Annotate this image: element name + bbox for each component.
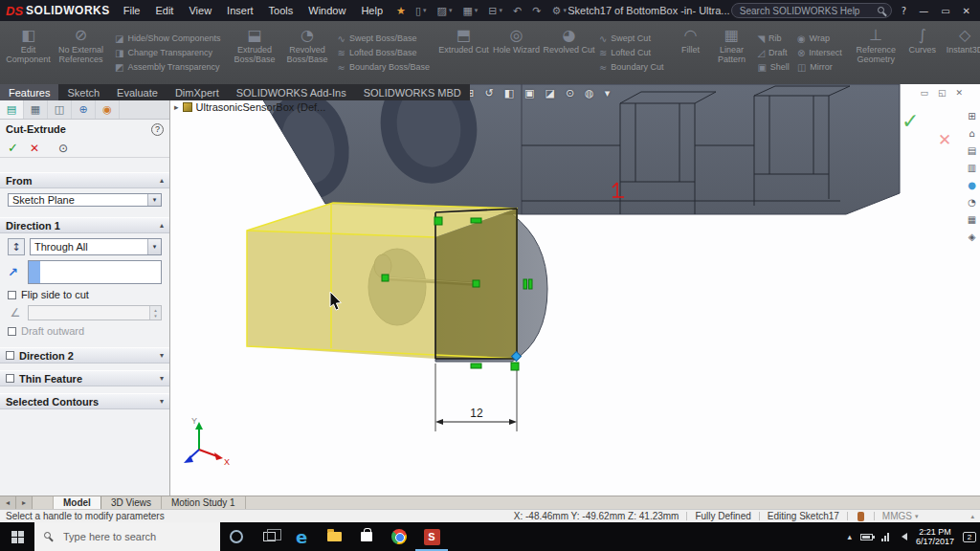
appearances-icon[interactable]: ● [968, 180, 976, 190]
section-view-icon[interactable]: ◧ [504, 87, 514, 99]
confirm-cancel-icon[interactable]: ✕ [938, 130, 951, 149]
volume-icon[interactable] [898, 533, 907, 540]
tab-scroll-left-button[interactable]: ◂ [0, 496, 16, 509]
menu-edit[interactable]: Edit [155, 5, 173, 16]
draft-button[interactable]: ◿Draft [757, 48, 789, 58]
tab-configuration-manager[interactable]: ◫ [48, 100, 72, 119]
solidworks-taskbar-button[interactable]: S [415, 522, 448, 551]
tray-expand-icon[interactable]: ▴ [847, 532, 852, 541]
open-button[interactable]: ▨▾ [437, 5, 453, 17]
doc-minimize-icon[interactable]: ▭ [920, 88, 928, 98]
edit-appearance-icon[interactable]: ◍ [585, 87, 594, 99]
chrome-button[interactable] [383, 522, 415, 551]
taskbar-search-box[interactable] [34, 522, 220, 551]
tab-sketch[interactable]: Sketch [58, 84, 108, 100]
design-library-icon[interactable]: ▤ [968, 145, 976, 156]
instant3d-button[interactable]: ◇ Instant3D [947, 23, 980, 82]
lofted-cut-button[interactable]: ≋Lofted Cut [599, 48, 663, 58]
chevron-up-icon[interactable]: ▴ [160, 221, 164, 230]
view-orientation-icon[interactable]: ▣ [524, 87, 534, 99]
edit-component-button[interactable]: ◧ Edit Component [2, 23, 55, 82]
battery-icon[interactable] [860, 534, 873, 540]
shell-button[interactable]: ▣Shell [757, 62, 789, 73]
hide-show-components-button[interactable]: ◪Hide/Show Components [115, 33, 221, 44]
boundary-boss-base-button[interactable]: ≈Boundary Boss/Base [338, 62, 430, 73]
expand-pane-icon[interactable]: ⊞ [968, 111, 975, 121]
draft-outward-checkbox[interactable] [8, 327, 16, 336]
chevron-down-icon[interactable]: ▾ [160, 351, 164, 360]
tree-root-item[interactable]: UltrasonicSensorBox (Def... [196, 101, 326, 113]
taskbar-clock[interactable]: 2:21 PM 6/17/2017 [916, 527, 954, 546]
menu-window[interactable]: Window [308, 5, 345, 16]
swept-boss-base-button[interactable]: ∿Swept Boss/Base [338, 33, 430, 44]
redo-button[interactable]: ↷ [532, 5, 541, 17]
tab-scroll-right-button[interactable]: ▸ [16, 496, 33, 509]
status-expand-icon[interactable]: ▴ [970, 513, 974, 520]
custom-properties-icon[interactable]: ◔ [968, 197, 976, 208]
end-condition-dropdown[interactable]: Through All ▾ [30, 238, 162, 255]
help-icon[interactable]: ? [151, 123, 164, 136]
lofted-boss-base-button[interactable]: ≋Lofted Boss/Base [338, 48, 430, 58]
home-icon[interactable]: ⌂ [969, 128, 974, 139]
task-view-button[interactable] [253, 522, 285, 551]
flip-side-checkbox[interactable] [8, 291, 16, 299]
tab-solidworks-add-ins[interactable]: SOLIDWORKS Add-Ins [228, 84, 355, 100]
tree-expand-icon[interactable]: ▸ [174, 102, 179, 112]
options-button[interactable]: ⚙▾ [552, 5, 567, 17]
close-button[interactable]: ✕ [963, 6, 970, 16]
draft-angle-field[interactable]: ▴▾ [28, 305, 162, 320]
assembly-transparency-button[interactable]: ◩Assembly Transparency [115, 62, 221, 73]
swept-cut-button[interactable]: ∿Swept Cut [599, 33, 663, 44]
forum-icon[interactable]: ▦ [968, 214, 976, 225]
fillet-button[interactable]: ◠ Fillet [671, 23, 709, 82]
view-settings-caret-icon[interactable]: ▾ [605, 87, 611, 99]
section-direction-1[interactable]: Direction 1 ▴ [0, 217, 169, 233]
feature-tree-flyout[interactable]: ▸ UltrasonicSensorBox (Def... [174, 101, 325, 113]
tab-model[interactable]: Model [54, 496, 101, 509]
tab-dimxpert[interactable]: DimXpert [167, 84, 228, 100]
direction-2-checkbox[interactable] [6, 351, 14, 360]
minimize-button[interactable]: — [919, 6, 928, 16]
extruded-cut-button[interactable]: ⬒ Extruded Cut [437, 23, 490, 82]
flip-side-row[interactable]: Flip side to cut [8, 289, 162, 300]
print-button[interactable]: ⊟▾ [488, 5, 502, 17]
preview-eye-icon[interactable]: ⊙ [58, 142, 68, 155]
file-explorer-button[interactable] [318, 522, 350, 551]
tab-motion-study-1[interactable]: Motion Study 1 [162, 496, 246, 509]
tab-solidworks-mbd[interactable]: SOLIDWORKS MBD [355, 84, 470, 100]
viewport-canvas[interactable]: 12 Y X [170, 84, 980, 496]
tab-feature-manager[interactable]: ▦ [24, 100, 48, 119]
reverse-direction-button[interactable]: ↕ [8, 238, 25, 255]
mirror-button[interactable]: ◫Mirror [797, 62, 842, 73]
cortana-button[interactable] [220, 522, 253, 551]
reference-geometry-button[interactable]: ⊥ Reference Geometry [850, 23, 902, 82]
thin-feature-checkbox[interactable] [6, 374, 14, 383]
intersect-button[interactable]: ⊗Intersect [797, 48, 842, 58]
help-search-input[interactable] [740, 6, 872, 16]
display-style-icon[interactable]: ◪ [545, 87, 554, 99]
hole-wizard-button[interactable]: ◎ Hole Wizard [490, 23, 543, 82]
chevron-down-icon[interactable]: ▾ [160, 397, 164, 406]
spinner-down-icon[interactable]: ▾ [154, 313, 157, 319]
resources-star-icon[interactable]: ★ [396, 5, 406, 17]
extruded-boss-base-button[interactable]: ⬓ Extruded Boss/Base [229, 23, 281, 82]
action-center-icon[interactable]: 2 [963, 532, 976, 542]
editing-status[interactable]: Editing Sketch17 [768, 511, 839, 521]
direction-reference-box[interactable] [28, 260, 162, 284]
curves-button[interactable]: ∫ Curves [902, 23, 943, 82]
help-search-box[interactable] [731, 3, 892, 18]
dimension-12[interactable]: 12 [435, 364, 517, 431]
tab-dimxpert-manager[interactable]: ⊕ [72, 100, 96, 119]
tab-3d-views[interactable]: 3D Views [101, 496, 162, 509]
no-external-references-button[interactable]: ⊘ No External References [55, 23, 107, 82]
graphics-area[interactable]: 12 Y X [170, 84, 980, 496]
help-button[interactable]: ? [902, 6, 906, 16]
settings-pane-icon[interactable]: ◈ [969, 231, 976, 242]
doc-restore-icon[interactable]: ◱ [938, 88, 947, 98]
section-direction-2[interactable]: Direction 2 ▾ [0, 347, 169, 364]
tab-features[interactable]: Features [0, 84, 58, 100]
new-document-button[interactable]: ▯▾ [415, 5, 427, 17]
revolved-boss-base-button[interactable]: ◔ Revolved Boss/Base [281, 23, 334, 82]
confirm-ok-icon[interactable]: ✓ [902, 109, 919, 133]
taskbar-search-input[interactable] [63, 531, 207, 542]
